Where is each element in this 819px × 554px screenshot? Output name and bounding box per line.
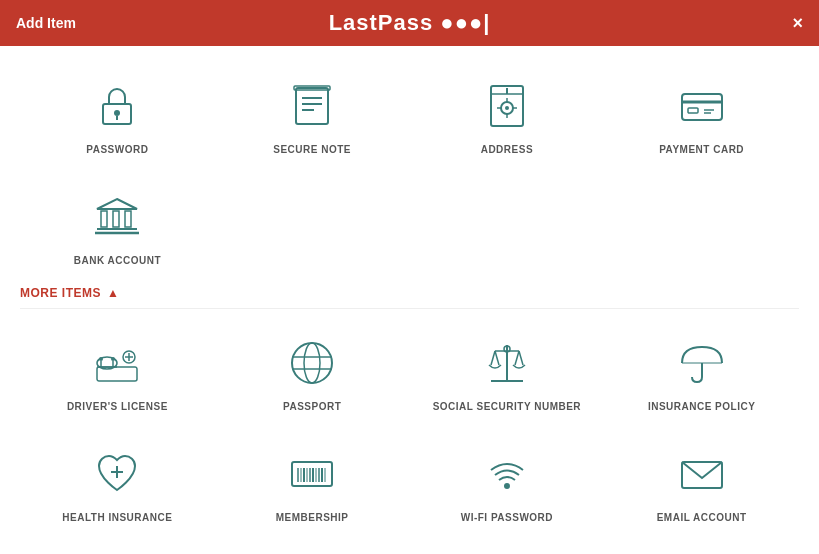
bank-account-icon [87, 187, 147, 247]
bank-account-label: BANK ACCOUNT [74, 255, 161, 266]
bank-account-item[interactable]: BANK ACCOUNT [20, 167, 215, 278]
social-security-item[interactable]: SOCIAL SECURITY NUMBER [410, 313, 605, 424]
membership-label: MEMBERSHIP [276, 512, 349, 523]
svg-marker-22 [97, 199, 137, 209]
wifi-password-item[interactable]: WI-FI PASSWORD [410, 424, 605, 535]
secure-note-label: SECURE NOTE [273, 144, 351, 155]
address-icon [477, 76, 537, 136]
address-item[interactable]: ADDRESS [410, 56, 605, 167]
svg-point-32 [99, 357, 103, 361]
membership-icon [282, 444, 342, 504]
svg-line-46 [491, 351, 495, 365]
password-item[interactable]: PASSWORD [20, 56, 215, 167]
payment-card-icon [672, 76, 732, 136]
email-account-item[interactable]: EMAIL ACCOUNT [604, 424, 799, 535]
health-insurance-item[interactable]: HEALTH INSURANCE [20, 424, 215, 535]
password-icon [87, 76, 147, 136]
svg-point-31 [111, 357, 115, 361]
wifi-password-label: WI-FI PASSWORD [461, 512, 553, 523]
svg-rect-3 [296, 88, 328, 124]
svg-rect-19 [688, 108, 698, 113]
more-items-label: MORE ITEMS [20, 286, 101, 300]
social-security-icon [477, 333, 537, 393]
wifi-password-icon [477, 444, 537, 504]
svg-point-1 [114, 110, 120, 116]
email-account-icon [672, 444, 732, 504]
address-label: ADDRESS [481, 144, 533, 155]
svg-point-40 [304, 343, 320, 383]
items-grid-row3: DRIVER'S LICENSE PASSPORT [20, 313, 799, 424]
passport-item[interactable]: PASSPORT [215, 313, 410, 424]
svg-line-49 [519, 351, 523, 365]
membership-item[interactable]: MEMBERSHIP [215, 424, 410, 535]
svg-line-48 [515, 351, 519, 365]
social-security-label: SOCIAL SECURITY NUMBER [433, 401, 581, 412]
more-items-arrow-icon: ▲ [107, 286, 119, 300]
secure-note-item[interactable]: SECURE NOTE [215, 56, 410, 167]
drivers-license-icon [87, 333, 147, 393]
svg-rect-17 [682, 94, 722, 120]
payment-card-label: PAYMENT CARD [659, 144, 744, 155]
secure-note-icon [282, 76, 342, 136]
app-window: Add Item LastPass ●●●| × PASSWORD [0, 0, 819, 554]
items-grid-row2: BANK ACCOUNT [20, 167, 799, 278]
content-area: PASSWORD SECURE NOTE [0, 46, 819, 554]
insurance-policy-item[interactable]: INSURANCE POLICY [604, 313, 799, 424]
svg-rect-26 [125, 211, 131, 227]
svg-point-12 [505, 106, 509, 110]
header: Add Item LastPass ●●●| × [0, 0, 819, 46]
payment-card-item[interactable]: PAYMENT CARD [604, 56, 799, 167]
items-grid-row1: PASSWORD SECURE NOTE [20, 56, 799, 167]
svg-rect-25 [113, 211, 119, 227]
drivers-license-item[interactable]: DRIVER'S LICENSE [20, 313, 215, 424]
email-account-label: EMAIL ACCOUNT [657, 512, 747, 523]
window-title: Add Item [16, 15, 76, 31]
app-logo: LastPass ●●●| [329, 10, 491, 36]
insurance-policy-icon [672, 333, 732, 393]
svg-rect-24 [101, 211, 107, 227]
items-grid-row4: HEALTH INSURANCE [20, 424, 799, 535]
divider [20, 308, 799, 309]
svg-line-47 [495, 351, 499, 365]
passport-label: PASSPORT [283, 401, 341, 412]
close-button[interactable]: × [792, 13, 803, 34]
svg-point-39 [292, 343, 332, 383]
svg-point-67 [504, 483, 510, 489]
passport-icon [282, 333, 342, 393]
more-items-toggle[interactable]: MORE ITEMS ▲ [20, 278, 799, 304]
insurance-policy-label: INSURANCE POLICY [648, 401, 755, 412]
health-insurance-label: HEALTH INSURANCE [62, 512, 172, 523]
password-label: PASSWORD [86, 144, 148, 155]
drivers-license-label: DRIVER'S LICENSE [67, 401, 168, 412]
health-insurance-icon [87, 444, 147, 504]
